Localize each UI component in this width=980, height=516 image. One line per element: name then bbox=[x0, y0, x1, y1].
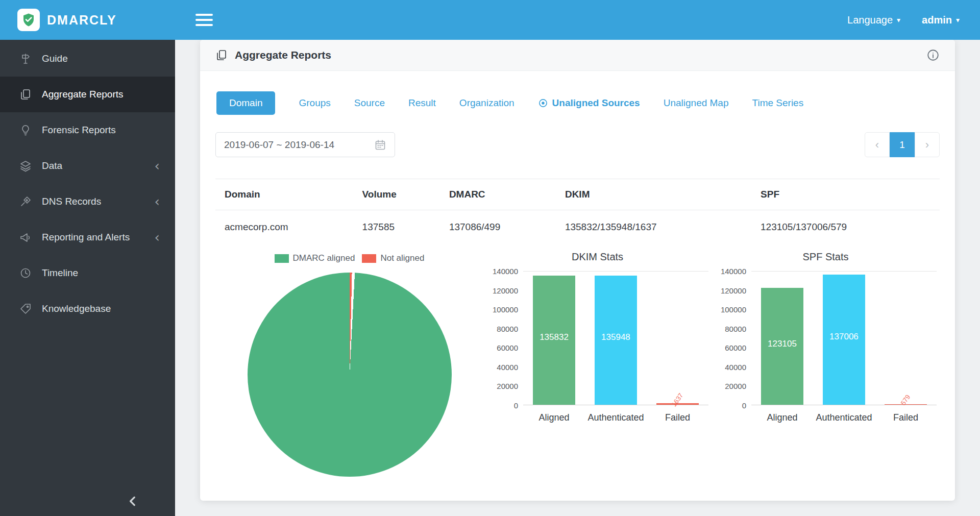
tab-label: Unaligned Map bbox=[664, 97, 729, 109]
column-header-dmarc: DMARC bbox=[440, 179, 556, 210]
rocket-icon bbox=[19, 195, 32, 208]
table-header-row: Domain Volume DMARC DKIM SPF bbox=[215, 179, 940, 210]
chart-title: DKIM Stats bbox=[486, 251, 708, 263]
hamburger-menu-icon[interactable] bbox=[195, 14, 213, 26]
sidebar: DMARCLY Guide Aggregate Reports Forensic… bbox=[0, 0, 175, 516]
y-tick-label: 20000 bbox=[497, 382, 518, 390]
sidebar-item-label: Forensic Reports bbox=[42, 125, 116, 136]
legend-item-not-aligned: Not aligned bbox=[362, 253, 424, 263]
tab-bar: Domain Groups Source Result Organization… bbox=[215, 91, 940, 115]
tab-time-series[interactable]: Time Series bbox=[752, 97, 804, 109]
info-icon[interactable] bbox=[926, 48, 940, 62]
sidebar-collapse-button[interactable] bbox=[126, 495, 139, 510]
target-icon bbox=[538, 98, 548, 108]
layers-icon bbox=[19, 160, 32, 172]
y-axis: 020000400006000080000100000120000140000 bbox=[486, 271, 523, 405]
pagination-next-button[interactable]: › bbox=[915, 132, 940, 157]
chart-area: 020000400006000080000100000120000140000 … bbox=[715, 271, 937, 405]
bar-slot: 135832 bbox=[523, 272, 585, 405]
aggregate-reports-card: Aggregate Reports Domain Groups Source R… bbox=[200, 40, 955, 501]
filter-row: 2019-06-07 ~ 2019-06-14 ‹ 1 › bbox=[215, 132, 940, 157]
tab-unaligned-map[interactable]: Unaligned Map bbox=[664, 97, 729, 109]
x-tick-label: Aligned bbox=[523, 412, 585, 423]
chevron-left-icon bbox=[126, 495, 139, 508]
sidebar-item-aggregate-reports[interactable]: Aggregate Reports bbox=[0, 77, 175, 112]
y-tick-label: 60000 bbox=[725, 343, 746, 352]
tab-source[interactable]: Source bbox=[354, 97, 385, 109]
legend-label: DMARC aligned bbox=[293, 253, 355, 263]
date-range-value: 2019-06-07 ~ 2019-06-14 bbox=[224, 139, 334, 151]
language-menu[interactable]: Language ▾ bbox=[847, 14, 900, 26]
pagination-page-1-button[interactable]: 1 bbox=[890, 132, 915, 157]
aggregate-report-table: Domain Volume DMARC DKIM SPF acmecorp.co… bbox=[215, 179, 940, 244]
app: DMARCLY Guide Aggregate Reports Forensic… bbox=[0, 0, 980, 516]
tab-label: Groups bbox=[299, 97, 330, 109]
legend-swatch-red bbox=[362, 254, 376, 263]
legend-item-aligned: DMARC aligned bbox=[275, 253, 355, 263]
sidebar-item-reporting-and-alerts[interactable]: Reporting and Alerts ‹ bbox=[0, 219, 175, 255]
guide-icon bbox=[19, 53, 32, 65]
x-axis-labels: AlignedAuthenticatedFailed bbox=[751, 412, 937, 423]
bar-slot: 123105 bbox=[751, 272, 813, 405]
tab-label: Domain bbox=[229, 97, 262, 109]
y-tick-label: 40000 bbox=[725, 362, 746, 371]
y-tick-label: 140000 bbox=[493, 267, 518, 276]
x-tick-label: Authenticated bbox=[585, 412, 647, 423]
tab-groups[interactable]: Groups bbox=[299, 97, 330, 109]
chart-title: SPF Stats bbox=[715, 251, 937, 263]
chevron-left-icon: ‹ bbox=[155, 159, 160, 173]
pagination: ‹ 1 › bbox=[865, 132, 940, 157]
tab-label: Unaligned Sources bbox=[552, 97, 640, 109]
chevron-right-icon: › bbox=[925, 138, 929, 152]
cell-volume: 137585 bbox=[353, 210, 440, 244]
column-header-volume: Volume bbox=[353, 179, 440, 210]
y-tick-label: 80000 bbox=[725, 324, 746, 333]
column-header-dkim: DKIM bbox=[556, 179, 751, 210]
chevron-left-icon: ‹ bbox=[155, 231, 160, 244]
tab-organization[interactable]: Organization bbox=[459, 97, 514, 109]
sidebar-item-label: Knowledgebase bbox=[42, 303, 111, 314]
tab-unaligned-sources[interactable]: Unaligned Sources bbox=[538, 97, 640, 109]
page-number: 1 bbox=[899, 139, 905, 151]
bar-slot: 135948 bbox=[585, 272, 647, 405]
y-tick-label: 120000 bbox=[493, 286, 518, 294]
sidebar-item-knowledgebase[interactable]: Knowledgebase bbox=[0, 291, 175, 327]
bar-authenticated: 135948 bbox=[595, 276, 636, 405]
sidebar-item-forensic-reports[interactable]: Forensic Reports bbox=[0, 112, 175, 148]
bar-slot: 579 bbox=[875, 272, 937, 405]
chart-area: 020000400006000080000100000120000140000 … bbox=[486, 271, 708, 405]
x-axis-labels: AlignedAuthenticatedFailed bbox=[523, 412, 708, 423]
x-tick-label: Failed bbox=[647, 412, 708, 423]
legend-swatch-green bbox=[275, 254, 289, 263]
sidebar-item-label: Data bbox=[42, 160, 62, 171]
user-menu[interactable]: admin ▾ bbox=[922, 14, 960, 26]
tab-label: Source bbox=[354, 97, 385, 109]
tab-label: Organization bbox=[459, 97, 514, 109]
y-axis: 020000400006000080000100000120000140000 bbox=[715, 271, 751, 405]
bar-slot: 137006 bbox=[813, 272, 875, 405]
sidebar-item-guide[interactable]: Guide bbox=[0, 41, 175, 77]
spf-stats-chart: SPF Stats 020000400006000080000100000120… bbox=[712, 251, 940, 477]
sidebar-item-dns-records[interactable]: DNS Records ‹ bbox=[0, 184, 175, 219]
clock-icon bbox=[19, 267, 32, 279]
bar-value-label: 1637 bbox=[670, 391, 685, 408]
sidebar-item-data[interactable]: Data ‹ bbox=[0, 148, 175, 184]
sidebar-item-timeline[interactable]: Timeline bbox=[0, 255, 175, 291]
y-tick-label: 0 bbox=[742, 401, 746, 410]
x-tick-label: Authenticated bbox=[813, 412, 875, 423]
charts-row: DMARC aligned Not aligned DKIM Stats bbox=[215, 251, 940, 477]
caret-down-icon: ▾ bbox=[956, 16, 960, 24]
y-tick-label: 120000 bbox=[721, 286, 746, 294]
date-range-input[interactable]: 2019-06-07 ~ 2019-06-14 bbox=[215, 132, 395, 157]
tab-domain[interactable]: Domain bbox=[216, 91, 275, 115]
y-tick-label: 20000 bbox=[725, 382, 746, 390]
pie-legend: DMARC aligned Not aligned bbox=[275, 253, 425, 263]
brand-name: DMARCLY bbox=[47, 13, 117, 28]
cell-spf: 123105/137006/579 bbox=[751, 210, 940, 244]
sidebar-item-label: Timeline bbox=[42, 267, 78, 279]
dmarc-pie-block: DMARC aligned Not aligned bbox=[215, 251, 483, 477]
caret-down-icon: ▾ bbox=[897, 16, 900, 24]
tab-result[interactable]: Result bbox=[408, 97, 436, 109]
dkim-stats-chart: DKIM Stats 02000040000600008000010000012… bbox=[483, 251, 712, 477]
pagination-prev-button[interactable]: ‹ bbox=[865, 132, 890, 157]
